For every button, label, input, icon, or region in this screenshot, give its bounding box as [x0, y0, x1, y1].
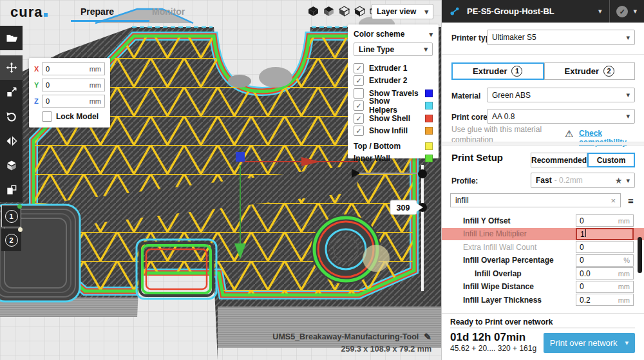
extruder-1-checkbox[interactable]	[354, 63, 364, 73]
extruder-1-material-dot	[17, 204, 22, 209]
material-label: Material	[451, 91, 480, 100]
show-infill-checkbox[interactable]	[354, 126, 364, 136]
infill-color-swatch	[425, 127, 433, 135]
per-model-settings-button[interactable]	[0, 153, 23, 178]
setting-input[interactable]: 0.2mm	[576, 294, 634, 306]
network-printer-icon	[450, 6, 460, 17]
rotate-tool-button[interactable]	[0, 104, 23, 129]
model-dimensions: 259.3 x 108.9 x 79.2 mm	[341, 345, 431, 354]
lock-model-checkbox[interactable]	[42, 111, 52, 122]
view-layers-icon-1[interactable]	[339, 6, 350, 17]
view-mode-icons	[308, 6, 381, 17]
text-caret	[585, 229, 586, 237]
setting-input[interactable]: 0	[576, 241, 634, 253]
active-tab-underline	[71, 20, 149, 22]
chevron-down-icon: ▾	[626, 113, 630, 120]
extruder-2-tab[interactable]: Extruder 2	[544, 62, 636, 80]
settings-search-input[interactable]: infill ×	[450, 193, 621, 207]
cura-app: 309 cura Prepare Monitor Layer view▾	[0, 0, 644, 360]
show-shell-checkbox[interactable]	[354, 113, 364, 124]
setting-row-highlighted: Infill Line Multiplier 1	[442, 228, 644, 240]
logo-dot-icon	[44, 13, 48, 17]
tab-prepare[interactable]: Prepare	[80, 6, 114, 17]
setting-row: Infill Layer Thickness 0.2mm	[442, 294, 644, 306]
view-layers-icon-2[interactable]	[354, 6, 365, 17]
printer-type-dropdown[interactable]: Ultimaker S5▾	[487, 30, 635, 45]
move-tool-button[interactable]	[0, 55, 23, 80]
view-mode-dropdown[interactable]: Layer view▾	[372, 4, 433, 19]
tab-monitor[interactable]: Monitor	[152, 6, 185, 17]
profile-dropdown[interactable]: Fast - 0.2mm ★ ▾	[531, 173, 635, 188]
setting-input[interactable]: 0mm	[576, 214, 634, 227]
section-divider	[442, 142, 644, 146]
chevron-down-icon: ▾	[626, 91, 630, 99]
scale-icon	[5, 86, 18, 99]
support-blocker-icon	[5, 184, 18, 196]
chevron-down-icon: ▾	[625, 339, 629, 346]
print-core-label: Print core	[451, 113, 488, 122]
notch-ghost-bump	[259, 67, 292, 88]
setting-row: Infill Wipe Distance 0mm	[442, 281, 644, 293]
machine-selector[interactable]: PE-S5-Group-Host-BL ▾ ✓ ▾	[442, 0, 644, 23]
show-helpers-checkbox[interactable]	[354, 100, 364, 111]
extruder-2-material-dot	[18, 227, 23, 232]
left-toolbar: 1 2	[0, 26, 23, 252]
setting-row: Infill Overlap 0.0mm	[442, 267, 644, 279]
chevron-down-icon[interactable]: ▾	[633, 7, 637, 15]
top-bottom-color-swatch	[425, 142, 433, 150]
chevron-down-icon: ▾	[626, 34, 630, 41]
x-position-input[interactable]: 0mm	[42, 62, 105, 75]
setting-input[interactable]: 0mm	[576, 281, 634, 293]
print-setup-title: Print Setup	[451, 152, 503, 163]
mirror-tool-button[interactable]	[0, 129, 23, 153]
view-xray-icon[interactable]	[323, 6, 334, 17]
clear-search-icon[interactable]: ×	[611, 196, 616, 205]
footer-divider	[442, 313, 644, 314]
header-divider	[609, 0, 610, 23]
rename-pencil-icon[interactable]: ✎	[424, 332, 431, 342]
extruder-1-select-button[interactable]: 1	[1, 205, 21, 227]
layer-slider-top-handle[interactable]	[418, 169, 427, 178]
folder-open-icon	[5, 32, 18, 44]
print-over-network-button[interactable]: Print over network▾	[544, 333, 635, 353]
settings-menu-icon[interactable]: ≡	[628, 195, 634, 206]
recommended-mode-button[interactable]: Recommended	[531, 153, 587, 167]
extruder-2-select-button[interactable]: 2	[1, 229, 21, 251]
star-icon[interactable]: ★	[615, 176, 623, 185]
chevron-down-icon: ▾	[598, 7, 602, 15]
z-position-input[interactable]: 0mm	[42, 95, 105, 108]
settings-scrollbar[interactable]	[638, 237, 642, 273]
print-core-dropdown[interactable]: AA 0.8▾	[487, 109, 635, 124]
cura-logo: cura	[10, 4, 48, 21]
svg-text:309: 309	[397, 204, 410, 213]
setting-input[interactable]: 0.0mm	[576, 267, 634, 279]
chevron-down-icon[interactable]: ▾	[429, 31, 433, 38]
warning-icon: ⚠	[565, 128, 573, 140]
profile-label: Profile:	[451, 176, 478, 185]
lock-model-label: Lock Model	[56, 112, 99, 121]
line-type-dropdown[interactable]: Line Type▾	[354, 43, 433, 56]
extruder-2-checkbox[interactable]	[354, 75, 364, 86]
custom-mode-button[interactable]: Custom	[587, 153, 635, 167]
show-travels-checkbox[interactable]	[354, 88, 364, 99]
mirror-icon	[5, 135, 18, 147]
setting-input-focused[interactable]: 1	[576, 228, 634, 240]
chevron-down-icon: ▾	[626, 177, 630, 184]
settings-list: Infill Y Offset 0mm Infill Line Multipli…	[442, 214, 644, 307]
setting-row: Extra Infill Wall Count 0	[442, 241, 644, 253]
x-axis-label: X	[34, 65, 42, 73]
support-blocker-button[interactable]	[0, 178, 23, 202]
travels-color-swatch	[425, 90, 433, 97]
material-dropdown[interactable]: Green ABS▾	[487, 88, 635, 102]
extruder-1-tab[interactable]: Extruder 1	[451, 62, 544, 80]
open-file-button[interactable]	[0, 26, 23, 50]
helpers-color-swatch	[425, 102, 433, 109]
scale-tool-button[interactable]	[0, 80, 23, 104]
color-scheme-title: Color scheme	[354, 30, 404, 39]
view-solid-icon[interactable]	[308, 6, 319, 17]
per-model-settings-icon	[5, 159, 18, 172]
connection-status-icon[interactable]: ✓	[616, 6, 628, 17]
model-filename: UMS5_Breakaway-Manufacturing-Tool	[272, 332, 419, 341]
y-position-input[interactable]: 0mm	[42, 79, 105, 91]
setting-input[interactable]: 0%	[576, 254, 634, 267]
